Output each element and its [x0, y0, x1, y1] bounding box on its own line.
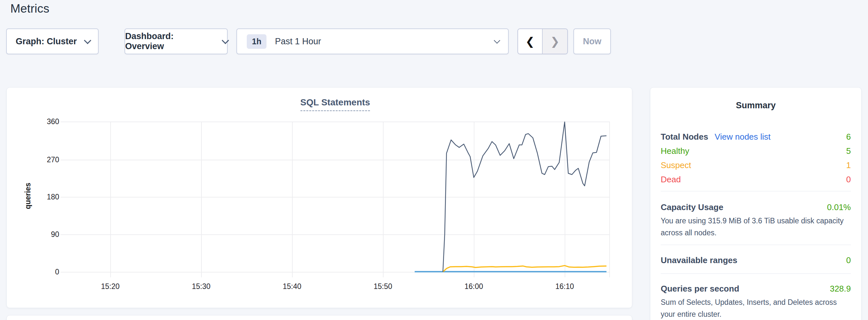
queries-per-second-label: Queries per second: [661, 284, 739, 294]
capacity-usage-value: 0.01%: [827, 202, 851, 212]
healthy-value: 5: [846, 146, 851, 156]
y-tick-label: 270: [24, 155, 59, 164]
healthy-nodes-row: Healthy 5: [661, 145, 851, 157]
capacity-usage-label: Capacity Usage: [661, 202, 723, 212]
graph-selector-label: Graph: Cluster: [16, 36, 76, 46]
y-tick-label: 360: [24, 117, 59, 126]
x-tick-label: 16:10: [542, 282, 587, 291]
chevron-down-icon: [222, 37, 229, 44]
suspect-value: 1: [846, 160, 851, 170]
x-tick-label: 15:50: [360, 282, 406, 291]
capacity-usage-description: You are using 315.9 MiB of 3.6 TiB usabl…: [661, 215, 852, 239]
time-window-arrows: ❮ ❯: [518, 28, 568, 54]
total-nodes-label: Total Nodes: [661, 132, 708, 142]
y-tick-label: 0: [24, 267, 59, 277]
x-tick-label: 15:20: [88, 282, 133, 291]
chevron-right-icon: ❯: [551, 35, 560, 48]
dead-label: Dead: [661, 174, 681, 185]
x-tick-label: 16:00: [451, 282, 496, 291]
total-nodes-value: 6: [846, 132, 851, 142]
y-tick-label: 180: [24, 192, 59, 202]
suspect-label: Suspect: [661, 160, 691, 170]
next-time-window-button[interactable]: ❯: [542, 29, 567, 54]
view-nodes-list-link[interactable]: View nodes list: [715, 132, 771, 142]
page-title: Metrics: [10, 2, 50, 15]
divider: [661, 245, 851, 245]
summary-panel: Summary Total Nodes View nodes list 6 He…: [650, 87, 862, 320]
chevron-down-icon: [494, 37, 500, 44]
time-range-label: Past 1 Hour: [275, 36, 321, 46]
time-range-dropdown[interactable]: 1h Past 1 Hour: [237, 28, 509, 54]
queries-per-second-description: Sum of Selects, Updates, Inserts, and De…: [661, 296, 852, 320]
queries-per-second-value: 328.9: [830, 284, 851, 294]
previous-time-window-button[interactable]: ❮: [518, 29, 542, 54]
divider: [661, 274, 851, 274]
next-chart-card: [6, 315, 632, 320]
total-nodes-row: Total Nodes View nodes list 6: [661, 131, 851, 142]
metrics-page: { "page": { "title": "Metrics", "backgro…: [0, 0, 868, 320]
graph-selector-dropdown[interactable]: Graph: Cluster: [6, 28, 99, 54]
now-button[interactable]: Now: [574, 28, 611, 54]
x-tick-label: 15:40: [269, 282, 315, 291]
chevron-down-icon: [84, 37, 91, 44]
capacity-usage-row: Capacity Usage 0.01%: [661, 201, 851, 213]
now-button-label: Now: [583, 36, 601, 46]
dashboard-selector-dropdown[interactable]: Dashboard: Overview: [125, 28, 228, 54]
dead-nodes-row: Dead 0: [661, 173, 851, 185]
summary-title: Summary: [650, 100, 861, 110]
sql-statements-chart-card: SQL Statements queries 360 270 180 90 0 …: [6, 87, 632, 308]
unavailable-ranges-row: Unavailable ranges 0: [661, 254, 851, 266]
suspect-nodes-row: Suspect 1: [661, 159, 851, 171]
x-tick-label: 15:30: [179, 282, 224, 291]
unavailable-ranges-value: 0: [846, 255, 851, 265]
line-series-yellow: [443, 266, 607, 272]
dashboard-selector-label: Dashboard: Overview: [125, 31, 215, 52]
chart-plot-area[interactable]: [60, 119, 610, 281]
queries-per-second-row: Queries per second 328.9: [661, 283, 851, 294]
unavailable-ranges-label: Unavailable ranges: [661, 255, 737, 265]
dead-value: 0: [846, 174, 851, 185]
y-tick-label: 90: [24, 229, 59, 239]
line-series-navy: [443, 122, 607, 272]
time-range-badge: 1h: [247, 34, 267, 49]
divider: [661, 191, 851, 191]
chevron-left-icon: ❮: [526, 35, 535, 48]
healthy-label: Healthy: [661, 146, 689, 156]
chart-title[interactable]: SQL Statements: [301, 97, 370, 111]
